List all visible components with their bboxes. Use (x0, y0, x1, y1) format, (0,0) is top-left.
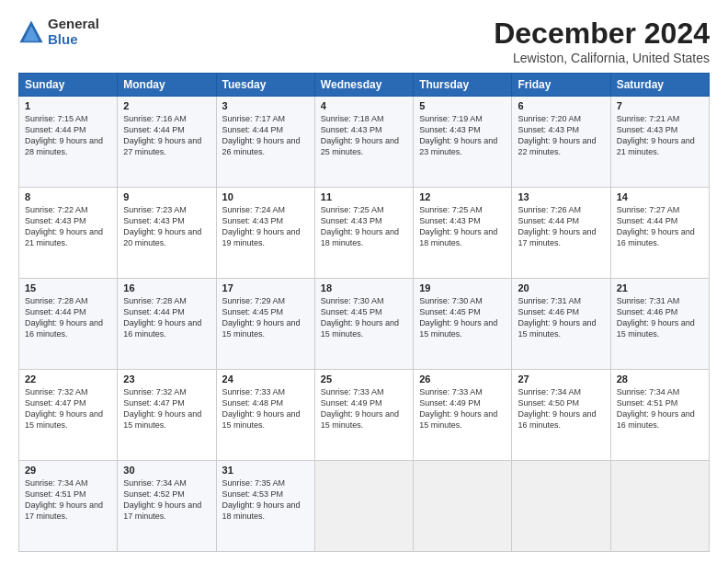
day-number: 9 (123, 191, 210, 202)
day-info: Sunrise: 7:33 AMSunset: 4:49 PMDaylight:… (419, 386, 506, 431)
day-info: Sunrise: 7:32 AMSunset: 4:47 PMDaylight:… (25, 386, 111, 431)
day-number: 2 (123, 100, 210, 111)
day-number: 22 (25, 373, 111, 385)
day-info: Sunrise: 7:19 AMSunset: 4:43 PMDaylight:… (419, 113, 506, 158)
logo-text: General Blue (48, 17, 99, 47)
calendar-day-20: 20 Sunrise: 7:31 AMSunset: 4:46 PMDaylig… (512, 279, 610, 370)
day-number: 4 (321, 100, 407, 111)
calendar-day-19: 19 Sunrise: 7:30 AMSunset: 4:45 PMDaylig… (414, 279, 512, 370)
day-info: Sunrise: 7:21 AMSunset: 4:43 PMDaylight:… (617, 113, 703, 158)
logo-icon (18, 19, 44, 45)
day-info: Sunrise: 7:34 AMSunset: 4:51 PMDaylight:… (617, 386, 703, 431)
day-number: 25 (321, 373, 407, 385)
calendar-day-23: 23 Sunrise: 7:32 AMSunset: 4:47 PMDaylig… (118, 370, 216, 461)
day-info: Sunrise: 7:34 AMSunset: 4:51 PMDaylight:… (25, 477, 111, 523)
day-number: 14 (617, 191, 703, 202)
column-header-sunday: Sunday (19, 74, 118, 97)
calendar-day-22: 22 Sunrise: 7:32 AMSunset: 4:47 PMDaylig… (19, 370, 118, 461)
title-block: December 2024 Lewiston, California, Unit… (494, 17, 710, 65)
calendar-day-25: 25 Sunrise: 7:33 AMSunset: 4:49 PMDaylig… (314, 370, 413, 461)
day-info: Sunrise: 7:28 AMSunset: 4:44 PMDaylight:… (123, 295, 210, 340)
day-info: Sunrise: 7:35 AMSunset: 4:53 PMDaylight:… (222, 477, 309, 523)
day-info: Sunrise: 7:22 AMSunset: 4:43 PMDaylight:… (25, 204, 111, 249)
day-info: Sunrise: 7:20 AMSunset: 4:43 PMDaylight:… (518, 113, 604, 158)
calendar-day-5: 5 Sunrise: 7:19 AMSunset: 4:43 PMDayligh… (414, 97, 512, 188)
day-number: 7 (617, 100, 703, 111)
calendar-week-1: 1 Sunrise: 7:15 AMSunset: 4:44 PMDayligh… (19, 97, 710, 188)
column-header-tuesday: Tuesday (216, 74, 314, 97)
day-info: Sunrise: 7:34 AMSunset: 4:50 PMDaylight:… (518, 386, 604, 431)
main-title: December 2024 (494, 17, 710, 51)
day-info: Sunrise: 7:18 AMSunset: 4:43 PMDaylight:… (321, 113, 407, 158)
empty-cell (314, 461, 413, 552)
calendar-day-2: 2 Sunrise: 7:16 AMSunset: 4:44 PMDayligh… (118, 97, 216, 188)
calendar-day-24: 24 Sunrise: 7:33 AMSunset: 4:48 PMDaylig… (216, 370, 314, 461)
calendar-day-18: 18 Sunrise: 7:30 AMSunset: 4:45 PMDaylig… (314, 279, 413, 370)
logo-general: General (48, 17, 99, 32)
day-number: 28 (617, 373, 703, 385)
day-number: 6 (518, 100, 604, 111)
calendar-day-17: 17 Sunrise: 7:29 AMSunset: 4:45 PMDaylig… (216, 279, 314, 370)
calendar-header-row: SundayMondayTuesdayWednesdayThursdayFrid… (19, 74, 710, 97)
day-info: Sunrise: 7:25 AMSunset: 4:43 PMDaylight:… (321, 204, 407, 249)
page: General Blue December 2024 Lewiston, Cal… (0, 0, 728, 563)
day-number: 31 (222, 465, 309, 476)
calendar-week-4: 22 Sunrise: 7:32 AMSunset: 4:47 PMDaylig… (19, 370, 710, 461)
day-number: 10 (222, 191, 309, 202)
day-number: 17 (222, 282, 309, 293)
calendar-day-21: 21 Sunrise: 7:31 AMSunset: 4:46 PMDaylig… (610, 279, 709, 370)
day-number: 20 (518, 282, 604, 293)
subtitle: Lewiston, California, United States (494, 51, 710, 65)
calendar-day-16: 16 Sunrise: 7:28 AMSunset: 4:44 PMDaylig… (118, 279, 216, 370)
day-number: 26 (419, 373, 506, 385)
day-info: Sunrise: 7:16 AMSunset: 4:44 PMDaylight:… (123, 113, 210, 158)
day-number: 8 (25, 191, 111, 202)
day-info: Sunrise: 7:31 AMSunset: 4:46 PMDaylight:… (617, 295, 703, 340)
column-header-monday: Monday (118, 74, 216, 97)
day-number: 24 (222, 373, 309, 385)
day-info: Sunrise: 7:17 AMSunset: 4:44 PMDaylight:… (222, 113, 309, 158)
calendar-day-9: 9 Sunrise: 7:23 AMSunset: 4:43 PMDayligh… (118, 188, 216, 279)
calendar-day-4: 4 Sunrise: 7:18 AMSunset: 4:43 PMDayligh… (314, 97, 413, 188)
logo-blue: Blue (48, 32, 99, 48)
calendar-day-12: 12 Sunrise: 7:25 AMSunset: 4:43 PMDaylig… (414, 188, 512, 279)
day-number: 15 (25, 282, 111, 293)
calendar-day-30: 30 Sunrise: 7:34 AMSunset: 4:52 PMDaylig… (118, 461, 216, 552)
day-number: 21 (617, 282, 703, 293)
day-number: 5 (419, 100, 506, 111)
logo: General Blue (18, 17, 99, 47)
calendar-day-1: 1 Sunrise: 7:15 AMSunset: 4:44 PMDayligh… (19, 97, 118, 188)
day-info: Sunrise: 7:33 AMSunset: 4:48 PMDaylight:… (222, 386, 309, 431)
day-number: 13 (518, 191, 604, 202)
column-header-saturday: Saturday (610, 74, 709, 97)
day-info: Sunrise: 7:34 AMSunset: 4:52 PMDaylight:… (123, 477, 210, 523)
day-number: 11 (321, 191, 407, 202)
day-number: 30 (123, 465, 210, 476)
day-number: 29 (25, 465, 111, 476)
calendar-day-15: 15 Sunrise: 7:28 AMSunset: 4:44 PMDaylig… (19, 279, 118, 370)
calendar-day-7: 7 Sunrise: 7:21 AMSunset: 4:43 PMDayligh… (610, 97, 709, 188)
day-number: 23 (123, 373, 210, 385)
calendar-day-10: 10 Sunrise: 7:24 AMSunset: 4:43 PMDaylig… (216, 188, 314, 279)
column-header-thursday: Thursday (414, 74, 512, 97)
day-info: Sunrise: 7:32 AMSunset: 4:47 PMDaylight:… (123, 386, 210, 431)
empty-cell (512, 461, 610, 552)
calendar-day-11: 11 Sunrise: 7:25 AMSunset: 4:43 PMDaylig… (314, 188, 413, 279)
column-header-friday: Friday (512, 74, 610, 97)
day-info: Sunrise: 7:30 AMSunset: 4:45 PMDaylight:… (419, 295, 506, 340)
calendar-week-2: 8 Sunrise: 7:22 AMSunset: 4:43 PMDayligh… (19, 188, 710, 279)
empty-cell (414, 461, 512, 552)
day-info: Sunrise: 7:26 AMSunset: 4:44 PMDaylight:… (518, 204, 604, 249)
day-number: 1 (25, 100, 111, 111)
calendar-day-26: 26 Sunrise: 7:33 AMSunset: 4:49 PMDaylig… (414, 370, 512, 461)
calendar-day-14: 14 Sunrise: 7:27 AMSunset: 4:44 PMDaylig… (610, 188, 709, 279)
calendar-table: SundayMondayTuesdayWednesdayThursdayFrid… (18, 73, 710, 552)
day-info: Sunrise: 7:28 AMSunset: 4:44 PMDaylight:… (25, 295, 111, 340)
calendar-week-5: 29 Sunrise: 7:34 AMSunset: 4:51 PMDaylig… (19, 461, 710, 552)
day-number: 18 (321, 282, 407, 293)
day-info: Sunrise: 7:27 AMSunset: 4:44 PMDaylight:… (617, 204, 703, 249)
calendar-day-27: 27 Sunrise: 7:34 AMSunset: 4:50 PMDaylig… (512, 370, 610, 461)
day-info: Sunrise: 7:24 AMSunset: 4:43 PMDaylight:… (222, 204, 309, 249)
day-info: Sunrise: 7:30 AMSunset: 4:45 PMDaylight:… (321, 295, 407, 340)
calendar-day-13: 13 Sunrise: 7:26 AMSunset: 4:44 PMDaylig… (512, 188, 610, 279)
